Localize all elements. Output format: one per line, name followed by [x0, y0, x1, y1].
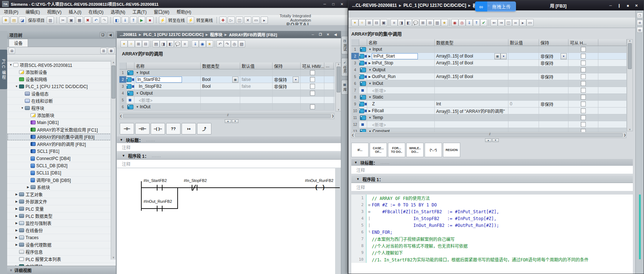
tree-item[interactable]: SCL11 [DB1] [7, 169, 116, 177]
row-name[interactable]: Static [373, 95, 383, 100]
tree-item[interactable]: ▶监控与强制表 [7, 220, 116, 227]
fold-icon[interactable]: ⊟ [367, 203, 372, 207]
no-contact[interactable] [157, 185, 157, 191]
col-hmi[interactable]: 可从 H... [568, 39, 598, 46]
expander-icon[interactable]: ▶ [14, 236, 19, 239]
reset-start-values-icon[interactable]: ▤ [152, 40, 160, 47]
save-project-icon[interactable]: ◪ [19, 17, 26, 24]
add-row-icon[interactable]: ⊞ [366, 19, 373, 26]
code-line[interactable]: 2⊟FOR #Z := 0 TO 15 BY 1 DO [351, 201, 633, 208]
scroll-thumb[interactable] [111, 65, 115, 99]
tree-item[interactable]: ▶PLC 变量 [7, 205, 116, 213]
table-vscrollbar[interactable]: ∧∨ [627, 39, 633, 131]
filter-icon[interactable]: ▤ [9, 48, 15, 54]
tree-item[interactable]: ARRAY的FB的集中调用 [FB3] [7, 133, 116, 141]
table-row[interactable]: 3 In_StopFB2 Bool false 非保持 [119, 83, 334, 90]
tree-item[interactable]: SCL1 [FB1] [7, 148, 116, 155]
collapse-icon[interactable]: ▼ [122, 154, 125, 157]
expander-icon[interactable]: ▶ [14, 222, 19, 225]
row-name[interactable]: Output [373, 67, 385, 72]
menu-online[interactable]: 在线(O) [87, 9, 104, 15]
hmi-checkbox[interactable] [310, 104, 315, 109]
hmi-checkbox[interactable] [310, 84, 315, 89]
table-row[interactable]: 1 ▼Input [119, 69, 334, 76]
table-row-selected[interactable]: 2▶InPut_StartArray[0..15] of Bool▦▼非保持▼ [351, 53, 627, 60]
menu-edit[interactable]: 编辑(E) [24, 9, 41, 15]
save-project-button[interactable]: 保存项目 [27, 17, 46, 23]
go-offline-icon[interactable]: ⚡ [187, 17, 194, 24]
col-default[interactable]: 默认值 [508, 39, 539, 46]
glasses-icon[interactable]: ∞ [512, 19, 519, 26]
section-expander-icon[interactable]: ▼ [369, 68, 371, 72]
tree-item[interactable]: Main [OB1] [7, 119, 116, 126]
retain-value[interactable]: 非保持 [540, 53, 553, 59]
delete-row-icon[interactable]: ✧ [128, 40, 135, 47]
hmi-checkbox[interactable] [310, 70, 315, 75]
comment-icon[interactable]: 💬 [174, 40, 181, 47]
hmi-checkbox[interactable] [310, 77, 315, 82]
tree-item[interactable]: ConnectPC [DB4] [7, 155, 116, 162]
comment-icon[interactable]: 💬 [412, 19, 419, 26]
add-row-icon[interactable]: ⊞ [135, 40, 142, 47]
editor-maximize-icon[interactable]: ❐ [317, 32, 324, 37]
plc-programming-edge-tab[interactable]: PLC 编程 [0, 50, 7, 89]
monitor-table-icon[interactable]: ▥ [434, 19, 441, 26]
splitter-down-icon[interactable]: ▼ [232, 119, 238, 123]
tree-item[interactable]: 添加新块 [7, 112, 116, 119]
breadcrumb-project[interactable]: ...200811 [120, 32, 137, 37]
col-retain[interactable]: 保持 [539, 39, 568, 46]
comment-construct-button[interactable]: (*...*) [425, 143, 442, 157]
tree-item[interactable]: 在线和诊断 [7, 97, 116, 105]
code-line[interactable]: 6└END_FOR; [351, 229, 633, 236]
simulation-icon[interactable]: ▷ [228, 17, 235, 24]
expander-icon[interactable]: ▼ [14, 85, 19, 88]
row-name[interactable]: OutPut_Run [372, 74, 396, 79]
scroll-down-icon[interactable]: ∨ [338, 108, 339, 111]
tree-item[interactable]: 设备和网络 [7, 76, 116, 83]
scroll-thumb[interactable] [628, 43, 632, 69]
scroll-thumb[interactable] [123, 114, 331, 118]
settings-icon[interactable]: ▧ [238, 40, 245, 47]
row-name[interactable]: FBcall [372, 108, 384, 113]
insert-row-icon[interactable]: ✦ [351, 19, 358, 26]
col-default[interactable]: 默认值 [240, 63, 273, 69]
tree-item[interactable]: ▶工艺对象 [7, 191, 116, 198]
breadcrumb-plc[interactable]: PLC_1 [CPU 1217C DC/DC/DC] [403, 3, 466, 8]
close-branch-icon[interactable]: ⤴ [197, 123, 211, 134]
open-project-icon[interactable]: ▤ [10, 17, 18, 24]
breadcrumb-blocks[interactable]: 程序块 [210, 32, 223, 37]
collapse-icon[interactable]: ▼ [356, 177, 360, 181]
refresh-icon[interactable]: ◎ [231, 40, 238, 47]
expander-icon[interactable]: ▶ [14, 193, 19, 196]
window-split-icon[interactable]: ◫ [236, 17, 243, 24]
table-row[interactable]: 10▶FBcallArray[0..15] of "ARRAY的FB的调用" [351, 108, 627, 114]
row-name[interactable]: In_StopFB2 [139, 84, 161, 89]
go-offline-button[interactable]: 转至离线 [195, 17, 214, 23]
cross-reference-icon[interactable]: ✕ [244, 17, 251, 24]
table-row[interactable]: 5▶OutPut_RunArray[0..15] of Bool非保持 [351, 73, 627, 80]
retain-value[interactable]: 非保持 [540, 60, 553, 66]
block-comment[interactable]: 注释 [117, 143, 342, 151]
auto-collapse-icon[interactable]: ❏ [100, 32, 106, 38]
open-branch-icon[interactable]: ↦ [182, 123, 196, 134]
expander-icon[interactable]: ▶ [14, 214, 19, 218]
editor-layout-icon[interactable]: ▭ [526, 19, 534, 26]
print-icon[interactable]: ▥ [47, 17, 54, 24]
close-button[interactable]: ✕ [338, 1, 346, 7]
splitter-up-icon[interactable]: ▲ [225, 119, 231, 123]
add-row-after-icon[interactable]: ⊟ [373, 19, 380, 26]
hmi-checkbox[interactable] [581, 47, 586, 52]
section-expander-icon[interactable]: ▼ [369, 116, 371, 119]
while-construct-button[interactable]: WHILE..DO... [406, 143, 424, 157]
col-hmi[interactable]: 可从 HMI/... [301, 63, 324, 69]
for-construct-button[interactable]: FOR...TO DO.. [388, 143, 405, 157]
add-row-after-icon[interactable]: ⊟ [142, 40, 149, 47]
expand-member-icon[interactable]: ▶ [369, 109, 371, 113]
menu-project[interactable]: 项目(P) [3, 9, 19, 15]
tab-libraries[interactable]: ▤库 [341, 80, 348, 95]
retain-value[interactable]: 非保持 [540, 74, 553, 80]
coil-icon[interactable]: ‒( )‒ [151, 123, 165, 134]
table-row[interactable]: 8▼Static [351, 94, 627, 101]
expander-icon[interactable]: ▶ [26, 186, 30, 189]
hmi-checkbox[interactable] [581, 108, 586, 113]
